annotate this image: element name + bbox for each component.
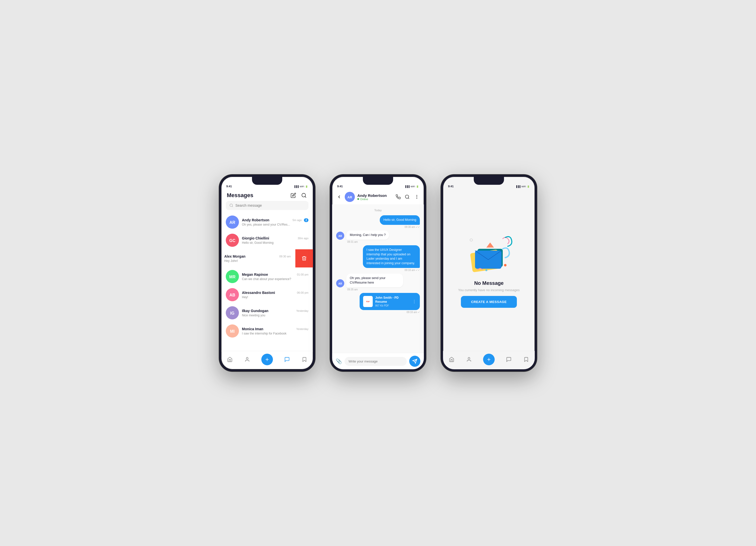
- signal-icon: ▐▐▐: [294, 185, 299, 188]
- phone2-content: AR Andy Robertson Online: [332, 189, 424, 369]
- phones-container: 9:41 ▐▐▐ WiFi 🔋 Messages: [219, 175, 537, 371]
- message-group: AR Oh yes, please send your CV/Resume he…: [336, 274, 420, 291]
- status-bar-1: 9:41 ▐▐▐ WiFi 🔋: [221, 177, 313, 189]
- nav-home[interactable]: [227, 356, 233, 363]
- bottom-nav-3: +: [443, 351, 535, 369]
- msg-info: Ilkay Gundogan Yesterday Nice meeting yo…: [242, 309, 308, 317]
- search-bar[interactable]: [226, 201, 308, 210]
- nav-home-3[interactable]: [448, 356, 455, 363]
- msg-time: Yesterday: [296, 309, 308, 312]
- envelope-illustration: [464, 232, 514, 273]
- attach-icon[interactable]: 📎: [336, 358, 342, 364]
- messages-title: Messages: [227, 192, 253, 199]
- sender-avatar: AR: [336, 232, 344, 240]
- send-button[interactable]: [409, 356, 420, 367]
- svg-point-24: [417, 197, 417, 197]
- nav-plus-button-3[interactable]: +: [483, 354, 495, 365]
- msg-preview: Can we chat about your experience?: [242, 277, 308, 281]
- bubble-row-received: AR Oh yes, please send your CV/Resume he…: [336, 274, 420, 288]
- msg-info: Megan Rapinoe 01:00 pm Can we chat about…: [242, 272, 308, 281]
- nav-messages[interactable]: [284, 356, 290, 363]
- msg-info: Giorgio Chiellini 30m ago Hello sir, Goo…: [242, 236, 308, 244]
- nav-profile-3[interactable]: [466, 356, 472, 363]
- bubble-row-sent: I saw the UI/UX Designer internship that…: [336, 245, 420, 268]
- nav-profile[interactable]: [244, 356, 250, 363]
- list-item[interactable]: MI Monica Iman Yesterday I saw the inter…: [221, 322, 313, 340]
- delete-action[interactable]: [295, 249, 313, 267]
- svg-line-1: [305, 196, 306, 197]
- msg-name-row: Megan Rapinoe 01:00 pm: [242, 272, 308, 277]
- svg-point-23: [417, 195, 417, 195]
- compose-icon[interactable]: [290, 192, 297, 199]
- msg-preview: Hey John!: [224, 259, 291, 263]
- call-icon[interactable]: [396, 194, 401, 199]
- message-input[interactable]: [344, 357, 407, 366]
- search-input[interactable]: [235, 203, 305, 207]
- svg-point-18: [246, 358, 248, 359]
- msg-info: Alex Morgan 09:30 am Hey John!: [224, 254, 291, 263]
- svg-text:MI: MI: [230, 329, 235, 334]
- svg-point-32: [470, 239, 473, 241]
- message-bubble: Hello sir, Good Morning: [380, 215, 420, 225]
- svg-marker-33: [486, 242, 494, 247]
- status-icons-1: ▐▐▐ WiFi 🔋: [294, 185, 308, 188]
- wifi-icon: WiFi: [521, 185, 526, 188]
- chat-contact-name: Andy Robertson: [357, 193, 393, 198]
- online-indicator: [357, 198, 359, 200]
- search-chat-icon[interactable]: [405, 194, 410, 199]
- svg-text:MR: MR: [229, 275, 236, 279]
- avatar: MI: [226, 325, 239, 338]
- phone-3: 9:41 ▐▐▐ WiFi 🔋: [441, 175, 537, 371]
- nav-messages-3[interactable]: [506, 356, 512, 363]
- date-divider: Today: [336, 209, 420, 212]
- list-item[interactable]: AM Alex Morgan 09:30 am Hey John!: [221, 249, 295, 267]
- list-item[interactable]: MR Megan Rapinoe 01:00 pm Can we chat ab…: [221, 267, 313, 286]
- contact-name: Andy Robertson: [242, 218, 269, 222]
- nav-bookmark[interactable]: [301, 356, 308, 363]
- file-size: 867 Kb PDF: [375, 304, 410, 307]
- msg-name-row: Ilkay Gundogan Yesterday: [242, 309, 308, 313]
- msg-preview: Hey!: [242, 296, 308, 299]
- message-bubble: Morning, Can i help you ?: [346, 230, 389, 240]
- pdf-icon: PDF: [363, 296, 373, 307]
- list-item[interactable]: GC Giorgio Chiellini 30m ago Hello sir, …: [221, 231, 313, 249]
- status-icons-3: ▐▐▐ WiFi 🔋: [516, 185, 530, 188]
- msg-info: Monica Iman Yesterday I saw the internsh…: [242, 327, 308, 335]
- message-group: Hello sir, Good Morning 09:30 am ✓✓: [336, 215, 420, 228]
- msg-name-row: Alessandro Bastoni 06:00 pm: [242, 291, 308, 295]
- contact-name: Alessandro Bastoni: [242, 291, 275, 295]
- chat-status: Online: [357, 198, 393, 201]
- contact-name: Alex Morgan: [224, 254, 245, 258]
- avatar: MR: [226, 270, 239, 283]
- no-message-subtitle: You currently have no incoming messages: [458, 288, 520, 292]
- search-icon[interactable]: [300, 192, 307, 199]
- more-icon[interactable]: [414, 194, 419, 199]
- msg-meta: 09:30 am ✓✓: [336, 225, 420, 228]
- wifi-icon: WiFi: [300, 185, 304, 188]
- svg-text:IG: IG: [230, 311, 235, 315]
- chat-header: AR Andy Robertson Online: [332, 189, 424, 205]
- svg-line-22: [408, 198, 409, 199]
- msg-preview: I saw the internship for Facebook: [242, 332, 308, 335]
- message-bubble: Oh yes, please send your CV/Resume here: [346, 274, 403, 288]
- list-item[interactable]: AR Andy Robertson 5m ago 2 Oh yes, pleas…: [221, 213, 313, 231]
- msg-time: 30m ago: [298, 237, 308, 240]
- nav-bookmark-3[interactable]: [523, 356, 529, 363]
- msg-meta: 09:33 am ✓: [336, 311, 420, 314]
- nav-plus-button[interactable]: +: [261, 354, 273, 365]
- create-message-button[interactable]: CREATE A MESSAGE: [461, 296, 517, 308]
- msg-info: Alessandro Bastoni 06:00 pm Hey!: [242, 291, 308, 299]
- file-attachment[interactable]: PDF John Smith - PD Resume 867 Kb PDF ⋮: [360, 293, 420, 310]
- message-bubble: I saw the UI/UX Designer internship that…: [363, 245, 420, 268]
- signal-icon: ▐▐▐: [405, 185, 409, 188]
- file-more-icon[interactable]: ⋮: [412, 299, 416, 304]
- file-name: John Smith - PD Resume: [375, 296, 410, 304]
- svg-text:AB: AB: [229, 293, 235, 297]
- swipeable-item: AM Alex Morgan 09:30 am Hey John!: [221, 249, 313, 267]
- list-item[interactable]: IG Ilkay Gundogan Yesterday Nice meeting…: [221, 304, 313, 322]
- header-icons: [290, 192, 307, 199]
- svg-point-37: [504, 264, 507, 266]
- list-item[interactable]: AB Alessandro Bastoni 06:00 pm Hey!: [221, 286, 313, 304]
- back-button[interactable]: [337, 194, 342, 199]
- svg-line-3: [232, 206, 233, 207]
